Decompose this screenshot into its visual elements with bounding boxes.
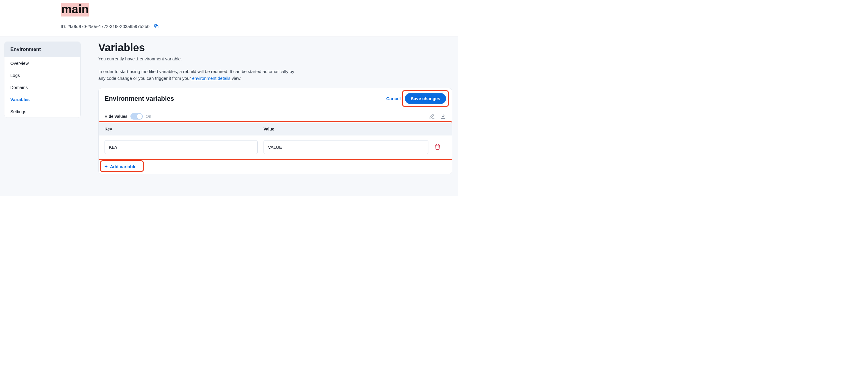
column-header-value: Value: [264, 127, 428, 131]
environment-sidebar: Environment Overview Logs Domains Variab…: [4, 41, 81, 118]
env-variables-card: Environment variables Cancel Save change…: [98, 88, 452, 174]
trash-icon[interactable]: [434, 144, 441, 150]
hide-values-toggle[interactable]: [130, 113, 143, 120]
help-text: In order to start using modified variabl…: [98, 68, 299, 82]
hide-values-label: Hide values: [104, 114, 127, 119]
variable-key-input[interactable]: [104, 140, 258, 154]
card-title: Environment variables: [104, 95, 174, 102]
page-header: main ID: 2fa9d970-250e-1772-31f8-203a959…: [0, 0, 458, 37]
save-changes-button[interactable]: Save changes: [405, 93, 446, 104]
plus-icon: +: [104, 164, 108, 169]
hide-values-state: On: [146, 114, 151, 119]
add-variable-button[interactable]: + Add variable: [99, 159, 452, 174]
variable-count-summary: You currently have 1 environment variabl…: [98, 56, 452, 61]
variables-table-header: Key Value: [99, 123, 452, 135]
column-header-key: Key: [104, 127, 258, 131]
sidebar-item-variables[interactable]: Variables: [4, 93, 81, 105]
cancel-button[interactable]: Cancel: [386, 96, 401, 101]
environment-details-link[interactable]: environment details: [191, 76, 231, 81]
copy-icon[interactable]: [153, 23, 160, 29]
environment-id-value: 2fa9d970-250e-1772-31f8-203a959752b0: [67, 24, 150, 29]
sidebar-item-domains[interactable]: Domains: [4, 81, 81, 93]
variable-value-input[interactable]: [264, 140, 428, 154]
environment-name-badge: main: [61, 3, 89, 17]
variable-row: [99, 135, 452, 159]
download-icon[interactable]: [440, 113, 446, 119]
sidebar-item-overview[interactable]: Overview: [4, 57, 81, 69]
sidebar-title: Environment: [4, 42, 81, 57]
page-title: Variables: [98, 41, 452, 54]
sidebar-item-logs[interactable]: Logs: [4, 69, 81, 81]
edit-icon[interactable]: [429, 113, 435, 119]
add-variable-label: Add variable: [110, 164, 136, 169]
sidebar-item-settings[interactable]: Settings: [4, 105, 81, 118]
environment-id-label: ID: 2fa9d970-250e-1772-31f8-203a959752b0: [61, 24, 150, 29]
